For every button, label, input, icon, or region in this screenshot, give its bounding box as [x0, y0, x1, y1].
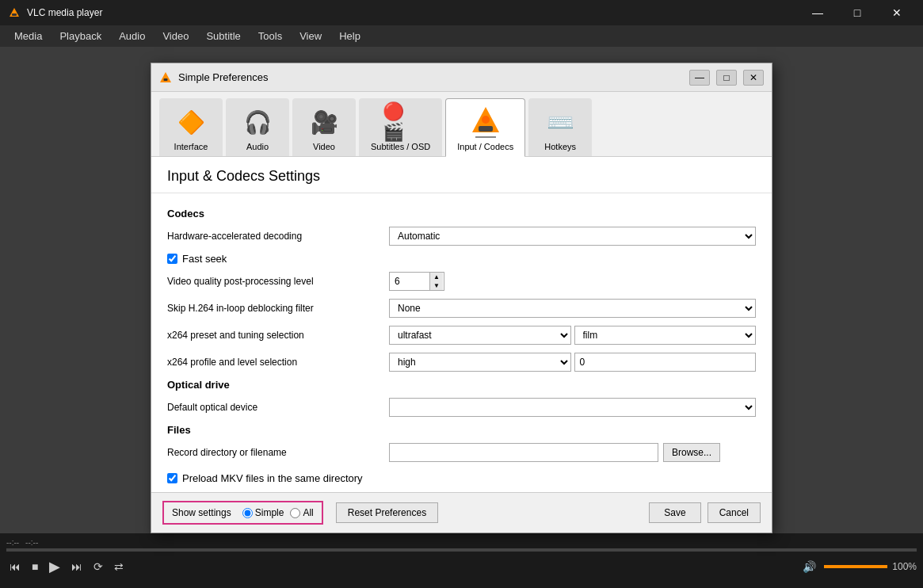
os-window: VLC media player — □ ✕ Media Playback Au…	[0, 0, 923, 588]
dialog-close-button[interactable]: ✕	[743, 70, 764, 86]
x264-preset-select[interactable]: ultrafast superfast veryfast faster fast…	[389, 326, 571, 345]
optical-device-select[interactable]	[389, 398, 756, 417]
video-quality-input[interactable]	[390, 273, 429, 290]
app-title: VLC media player	[27, 7, 793, 18]
record-dir-input[interactable]	[389, 443, 658, 462]
x264-level-input[interactable]	[574, 353, 757, 372]
play-button[interactable]: ▶	[46, 556, 63, 577]
skip-h264-label: Skip H.264 in-loop deblocking filter	[167, 303, 389, 314]
simple-label: Simple	[255, 507, 284, 518]
menu-help[interactable]: Help	[331, 27, 368, 45]
minimize-button[interactable]: —	[799, 0, 836, 25]
files-group-header: Files	[167, 424, 756, 436]
close-button[interactable]: ✕	[879, 0, 915, 25]
audio-icon: 🎧	[239, 104, 276, 140]
stop-button[interactable]: ■	[29, 559, 41, 575]
time-area: --:-- --:--	[6, 536, 917, 548]
spinbox-up-button[interactable]: ▲	[430, 273, 443, 281]
svg-point-6	[482, 116, 490, 124]
tab-hotkeys[interactable]: ⌨️ Hotkeys	[528, 98, 592, 156]
tab-audio[interactable]: 🎧 Audio	[226, 98, 289, 156]
player-bar: --:-- --:-- ⏮ ■ ▶ ⏭ ⟳ ⇄ 🔊 100%	[0, 533, 923, 588]
radio-group: Simple All	[242, 507, 314, 518]
preferences-dialog: Simple Preferences — □ ✕ 🔶 Interface 🎧 A…	[151, 63, 772, 533]
tab-subtitles[interactable]: 🔴🎬 Subtitles / OSD	[359, 98, 442, 156]
skip-h264-row: Skip H.264 in-loop deblocking filter Non…	[167, 298, 756, 319]
fast-seek-row: Fast seek	[167, 253, 756, 265]
all-label: All	[303, 507, 313, 518]
hw-decoding-select[interactable]: Automatic Disable Any VDPAU VA-API	[389, 227, 756, 246]
volume-pct: 100%	[892, 561, 917, 572]
menu-view[interactable]: View	[292, 27, 330, 45]
menu-subtitle[interactable]: Subtitle	[198, 27, 248, 45]
volume-icon[interactable]: 🔊	[799, 559, 819, 575]
cancel-button[interactable]: Cancel	[708, 502, 761, 523]
video-quality-row: Video quality post-processing level ▲ ▼	[167, 271, 756, 292]
tab-input-codecs[interactable]: Input / Codecs	[445, 98, 525, 157]
spinbox-buttons: ▲ ▼	[429, 273, 443, 290]
simple-radio-label[interactable]: Simple	[242, 507, 284, 518]
simple-radio[interactable]	[242, 508, 253, 518]
browse-button[interactable]: Browse...	[663, 443, 720, 462]
codecs-group-header: Codecs	[167, 208, 756, 220]
show-settings-label: Show settings	[172, 507, 231, 518]
hw-decoding-label: Hardware-accelerated decoding	[167, 231, 389, 242]
hw-decoding-control: Automatic Disable Any VDPAU VA-API	[389, 227, 756, 246]
volume-bar[interactable]	[824, 565, 887, 568]
hotkeys-icon: ⌨️	[542, 104, 578, 140]
tabs-row: 🔶 Interface 🎧 Audio 🎥 Video 🔴🎬 Subtitles…	[151, 92, 772, 157]
x264-preset-row: x264 preset and tuning selection ultrafa…	[167, 325, 756, 346]
vlc-dialog-icon	[159, 71, 172, 84]
reset-button[interactable]: Reset Preferences	[336, 502, 438, 523]
menu-audio[interactable]: Audio	[111, 27, 153, 45]
optical-group-header: Optical drive	[167, 379, 756, 391]
progress-bar[interactable]	[6, 548, 917, 552]
dialog-bottom: Show settings Simple All Reset Preferenc…	[151, 492, 772, 533]
spinbox-down-button[interactable]: ▼	[430, 281, 443, 290]
hw-decoding-row: Hardware-accelerated decoding Automatic …	[167, 226, 756, 246]
record-dir-control: Browse...	[389, 443, 756, 462]
video-quality-label: Video quality post-processing level	[167, 276, 389, 287]
preload-mkv-label: Preload MKV files in the same directory	[182, 472, 363, 484]
subtitles-icon: 🔴🎬	[383, 104, 419, 140]
x264-preset-label: x264 preset and tuning selection	[167, 330, 389, 341]
optical-device-row: Default optical device	[167, 397, 756, 418]
menu-media[interactable]: Media	[6, 27, 50, 45]
menu-tools[interactable]: Tools	[250, 27, 290, 45]
time-end: --:--	[25, 538, 38, 547]
preload-mkv-checkbox[interactable]	[167, 473, 177, 483]
dialog-title: Simple Preferences	[178, 71, 683, 83]
skip-h264-select[interactable]: None Non-ref Bidir Non-key All	[389, 299, 756, 318]
prev-button[interactable]: ⏮	[6, 559, 24, 575]
shuffle-button[interactable]: ⇄	[111, 559, 127, 575]
dialog-minimize-button[interactable]: —	[689, 70, 710, 86]
x264-profile-select[interactable]: baseline main high high10 high422 high44…	[389, 353, 571, 372]
tab-interface[interactable]: 🔶 Interface	[159, 98, 223, 156]
dialog-maximize-button[interactable]: □	[716, 70, 737, 86]
video-quality-control: ▲ ▼	[389, 272, 756, 291]
scroll-area[interactable]: Codecs Hardware-accelerated decoding Aut…	[151, 193, 772, 492]
skip-h264-control: None Non-ref Bidir Non-key All	[389, 299, 756, 318]
all-radio[interactable]	[290, 508, 300, 518]
tab-audio-label: Audio	[246, 142, 269, 151]
menu-playback[interactable]: Playback	[51, 27, 109, 45]
time-start: --:--	[6, 538, 19, 547]
fast-seek-checkbox[interactable]	[167, 254, 177, 264]
preload-mkv-row: Preload MKV files in the same directory	[167, 469, 756, 484]
loop-button[interactable]: ⟳	[90, 559, 106, 575]
fast-seek-label: Fast seek	[182, 253, 227, 265]
maximize-button[interactable]: □	[839, 0, 875, 25]
x264-tuning-select[interactable]: film animation grain stillimage psnr ssi…	[574, 326, 757, 345]
next-button[interactable]: ⏭	[68, 559, 86, 575]
record-dir-label: Record directory or filename	[167, 447, 389, 458]
menu-bar: Media Playback Audio Video Subtitle Tool…	[0, 25, 923, 47]
save-button[interactable]: Save	[649, 502, 700, 523]
all-radio-label[interactable]: All	[290, 507, 313, 518]
dialog-content: Input & Codecs Settings Codecs Hardware-…	[151, 157, 772, 492]
optical-device-label: Default optical device	[167, 402, 389, 413]
menu-video[interactable]: Video	[154, 27, 196, 45]
tab-video[interactable]: 🎥 Video	[292, 98, 356, 156]
tab-video-label: Video	[313, 142, 335, 151]
svg-rect-5	[479, 126, 493, 132]
optical-device-control	[389, 398, 756, 417]
